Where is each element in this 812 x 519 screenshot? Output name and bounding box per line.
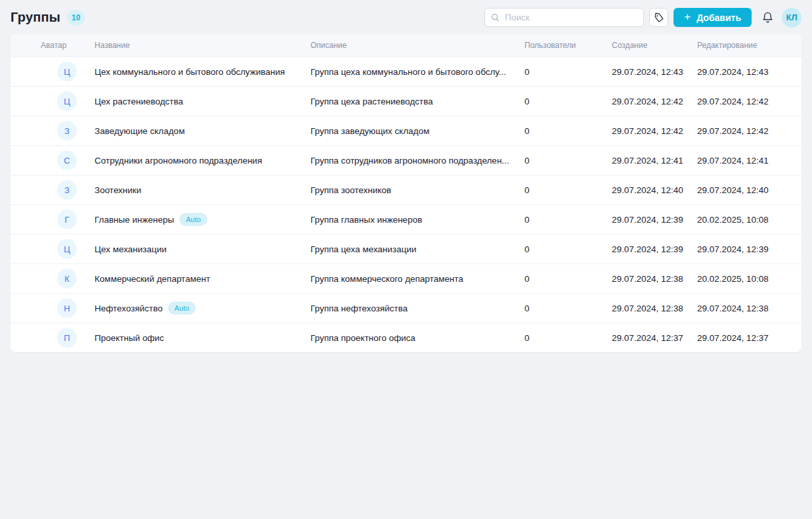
cell-name: Проектный офис (84, 333, 300, 343)
table-row[interactable]: Ц Цех растениеводства Группа цеха растен… (11, 86, 801, 116)
cell-description: Группа цеха коммунального и бытового обс… (300, 67, 514, 77)
column-header-users: Пользователи (514, 41, 601, 50)
cell-name: Коммерческий департамент (84, 274, 300, 284)
auto-badge: Auto (179, 213, 207, 226)
table-row[interactable]: Н Нефтехозяйство Auto Группа нефтехозяйс… (11, 293, 801, 323)
table-row[interactable]: С Сотрудники агрономного подразделения Г… (11, 145, 801, 175)
cell-description: Группа зоотехников (300, 185, 514, 195)
cell-created: 29.07.2024, 12:43 (601, 67, 687, 77)
plus-icon: + (684, 11, 691, 22)
cell-created: 29.07.2024, 12:42 (601, 126, 687, 136)
group-avatar: П (57, 328, 77, 348)
cell-edited: 29.07.2024, 12:42 (687, 126, 801, 136)
group-name: Главные инженеры (95, 215, 174, 225)
cell-edited: 29.07.2024, 12:43 (687, 67, 801, 77)
cell-users: 0 (514, 126, 601, 136)
cell-description: Группа заведующих складом (300, 126, 514, 136)
cell-name: Зоотехники (84, 185, 300, 195)
group-name: Цех растениеводства (95, 97, 183, 106)
cell-description: Группа сотрудников агрономного подраздел… (300, 156, 514, 166)
page-title: Группы (11, 10, 60, 25)
group-name: Цех коммунального и бытового обслуживани… (95, 67, 285, 77)
cell-edited: 29.07.2024, 12:40 (687, 185, 801, 195)
cell-name: Цех растениеводства (84, 97, 300, 106)
cell-users: 0 (514, 156, 601, 166)
cell-name: Сотрудники агрономного подразделения (84, 156, 300, 166)
cell-edited: 20.02.2025, 10:08 (687, 274, 801, 284)
table-row[interactable]: П Проектный офис Группа проектного офиса… (11, 323, 801, 352)
auto-badge: Auto (168, 302, 196, 315)
group-avatar: С (57, 150, 77, 170)
cell-created: 29.07.2024, 12:39 (601, 244, 687, 254)
group-name: Нефтехозяйство (95, 304, 163, 313)
cell-created: 29.07.2024, 12:39 (601, 215, 687, 225)
column-header-description: Описание (300, 41, 514, 50)
group-avatar: Ц (57, 239, 77, 259)
cell-users: 0 (514, 67, 601, 77)
user-avatar[interactable]: КЛ (782, 8, 801, 28)
table-row[interactable]: З Зоотехники Группа зоотехников 0 29.07.… (11, 175, 801, 204)
cell-name: Заведующие складом (84, 126, 300, 136)
table-row[interactable]: Ц Цех механизации Группа цеха механизаци… (11, 234, 801, 263)
table-row[interactable]: Г Главные инженеры Auto Группа главных и… (11, 204, 801, 234)
cell-avatar: Г (11, 210, 84, 229)
cell-avatar: К (11, 269, 84, 288)
cell-users: 0 (514, 244, 601, 254)
cell-name: Главные инженеры Auto (84, 213, 300, 226)
group-avatar: Н (57, 298, 77, 318)
column-header-avatar: Аватар (11, 41, 84, 50)
cell-users: 0 (514, 274, 601, 284)
cell-edited: 29.07.2024, 12:39 (687, 244, 801, 254)
table-row[interactable]: З Заведующие складом Группа заведующих с… (11, 116, 801, 145)
group-avatar: З (57, 180, 77, 200)
group-name: Цех механизации (95, 244, 167, 254)
group-name: Проектный офис (95, 333, 164, 343)
add-button-label: Добавить (696, 12, 741, 23)
cell-edited: 29.07.2024, 12:38 (687, 304, 801, 313)
count-badge: 10 (67, 10, 85, 26)
group-name: Коммерческий департамент (95, 274, 210, 284)
cell-users: 0 (514, 304, 601, 313)
cell-avatar: Ц (11, 239, 84, 259)
cell-users: 0 (514, 97, 601, 106)
group-avatar: Ц (57, 91, 77, 111)
cell-description: Группа коммерческого департамента (300, 274, 514, 284)
table-row[interactable]: Ц Цех коммунального и бытового обслужива… (11, 56, 801, 86)
cell-users: 0 (514, 185, 601, 195)
cell-created: 29.07.2024, 12:38 (601, 274, 687, 284)
cell-edited: 29.07.2024, 12:42 (687, 97, 801, 106)
cell-name: Цех механизации (84, 244, 300, 254)
table-row[interactable]: К Коммерческий департамент Группа коммер… (11, 263, 801, 293)
cell-avatar: Ц (11, 62, 84, 81)
cell-avatar: З (11, 121, 84, 141)
group-name: Зоотехники (95, 185, 141, 195)
tag-icon (654, 12, 664, 23)
column-header-edited: Редактирование (687, 41, 801, 50)
group-name: Сотрудники агрономного подразделения (95, 156, 262, 166)
add-button[interactable]: + Добавить (673, 8, 752, 27)
cell-users: 0 (514, 215, 601, 225)
cell-description: Группа цеха механизации (300, 244, 514, 254)
search-field-wrap (484, 8, 644, 27)
search-icon (490, 12, 500, 22)
table-header-row: Аватар Название Описание Пользователи Со… (11, 34, 801, 56)
cell-avatar: Н (11, 298, 84, 318)
cell-name: Нефтехозяйство Auto (84, 302, 300, 315)
groups-table-card: Аватар Название Описание Пользователи Со… (11, 34, 801, 352)
table-body: Ц Цех коммунального и бытового обслужива… (11, 56, 801, 352)
cell-created: 29.07.2024, 12:40 (601, 185, 687, 195)
topbar: Группы 10 + Добавить КЛ (0, 0, 812, 34)
cell-created: 29.07.2024, 12:42 (601, 97, 687, 106)
notifications-button[interactable] (758, 9, 777, 27)
group-avatar: К (57, 269, 77, 288)
tags-button[interactable] (649, 8, 668, 27)
search-input[interactable] (484, 8, 644, 27)
cell-description: Группа цеха растениеводства (300, 97, 514, 106)
cell-avatar: З (11, 180, 84, 200)
cell-description: Группа проектного офиса (300, 333, 514, 343)
cell-description: Группа главных инженеров (300, 215, 514, 225)
cell-edited: 29.07.2024, 12:41 (687, 156, 801, 166)
cell-edited: 29.07.2024, 12:37 (687, 333, 801, 343)
cell-name: Цех коммунального и бытового обслуживани… (84, 67, 300, 77)
column-header-created: Создание (601, 41, 687, 50)
